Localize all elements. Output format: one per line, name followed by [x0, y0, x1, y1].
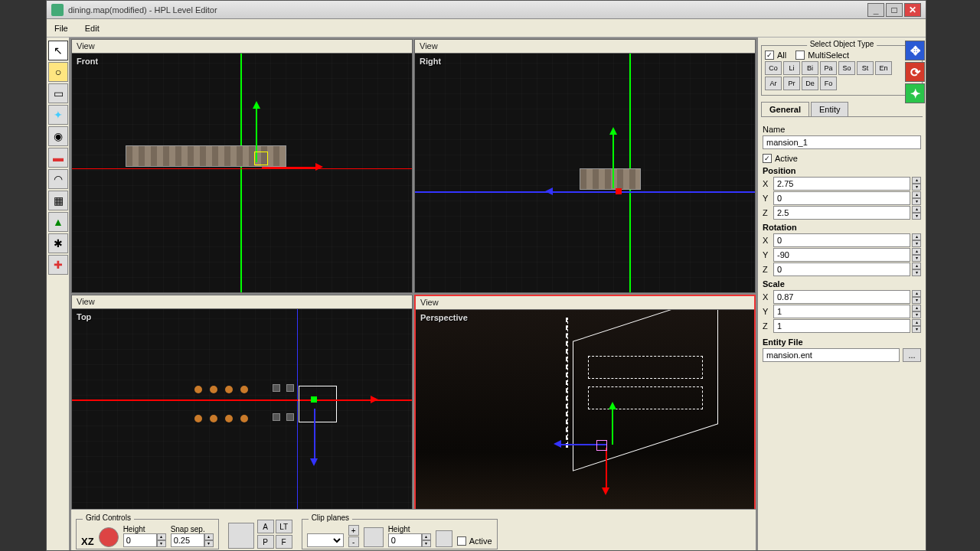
- clip-height-field[interactable]: [388, 533, 422, 547]
- filter-pa[interactable]: Pa: [820, 61, 837, 75]
- spin-down[interactable]: ▾: [912, 240, 921, 247]
- viewport-canvas-right[interactable]: Right: [415, 54, 755, 292]
- spin-up[interactable]: ▴: [912, 177, 921, 184]
- viewport-header[interactable]: View: [416, 296, 754, 310]
- spin-down[interactable]: ▾: [912, 213, 921, 220]
- clip-add[interactable]: +: [348, 525, 359, 536]
- toggle-f[interactable]: F: [276, 535, 292, 549]
- select-tool[interactable]: ↖: [48, 41, 68, 60]
- spin-up[interactable]: ▴: [912, 290, 921, 297]
- scale-y[interactable]: [773, 305, 910, 318]
- name-label: Name: [763, 125, 921, 134]
- tab-entity[interactable]: Entity: [811, 102, 849, 116]
- spin-up[interactable]: ▴: [912, 206, 921, 213]
- toggle-a[interactable]: A: [257, 520, 274, 533]
- scale-button[interactable]: ✦: [905, 83, 925, 103]
- spin-down[interactable]: ▾: [912, 326, 921, 333]
- name-field[interactable]: [763, 135, 921, 149]
- filter-en[interactable]: En: [875, 61, 892, 75]
- viewport-front[interactable]: View Front: [71, 39, 413, 293]
- filter-fo[interactable]: Fo: [820, 77, 837, 90]
- viewport-header[interactable]: View: [72, 40, 412, 54]
- spin-down[interactable]: ▾: [912, 269, 921, 276]
- scale-x[interactable]: [773, 290, 910, 304]
- move-button[interactable]: ✥: [905, 41, 925, 60]
- filter-de[interactable]: De: [802, 77, 818, 90]
- clip-active-checkbox[interactable]: [457, 536, 466, 546]
- grid-controls-title: Grid Controls: [83, 514, 134, 522]
- filter-st[interactable]: St: [857, 61, 874, 75]
- grid-snap-toggle[interactable]: [99, 527, 119, 547]
- focus-button[interactable]: [228, 523, 254, 549]
- clip-active-label: Active: [469, 536, 492, 546]
- maximize-button[interactable]: □: [886, 3, 903, 17]
- rotate-button[interactable]: ⟳: [905, 62, 925, 82]
- clip-remove[interactable]: -: [348, 536, 359, 547]
- box-tool[interactable]: ▭: [48, 83, 68, 103]
- minimize-button[interactable]: _: [867, 3, 884, 17]
- viewport-header[interactable]: View: [415, 40, 755, 54]
- pos-z[interactable]: [773, 206, 910, 220]
- spin-up[interactable]: ▴: [912, 233, 921, 240]
- sound-tool[interactable]: ◉: [48, 126, 68, 146]
- billboard-tool[interactable]: ▲: [48, 212, 68, 232]
- area-tool[interactable]: ▦: [48, 191, 68, 210]
- tab-general[interactable]: General: [761, 102, 809, 116]
- all-checkbox[interactable]: ✓: [765, 51, 774, 60]
- scale-z[interactable]: [773, 319, 910, 333]
- close-button[interactable]: ✕: [904, 3, 921, 17]
- filter-ar[interactable]: Ar: [765, 77, 782, 90]
- toggle-p[interactable]: P: [257, 535, 274, 549]
- joint-tool[interactable]: ✱: [48, 233, 68, 253]
- grid-snap-field[interactable]: [171, 533, 204, 547]
- filter-bi[interactable]: Bi: [802, 61, 818, 75]
- viewport-right[interactable]: View Right: [414, 39, 756, 293]
- menu-file[interactable]: File: [51, 22, 71, 34]
- filter-pr[interactable]: Pr: [783, 77, 800, 90]
- multiselect-label: MultiSelect: [808, 51, 849, 60]
- fog-tool[interactable]: ◠: [48, 169, 68, 189]
- compound-tool[interactable]: ✚: [48, 255, 68, 275]
- browse-button[interactable]: ...: [903, 348, 921, 362]
- spin-up[interactable]: ▴: [912, 262, 921, 269]
- tool-strip: ↖ ○ ▭ ✦ ◉ ▬ ◠ ▦ ▲ ✱ ✚: [47, 37, 70, 550]
- menu-edit[interactable]: Edit: [82, 22, 103, 34]
- active-checkbox[interactable]: ✓: [763, 154, 772, 163]
- filter-co[interactable]: Co: [765, 61, 782, 75]
- spin-up[interactable]: ▴: [912, 191, 921, 198]
- filter-so[interactable]: So: [838, 61, 855, 75]
- grid-plane-toggle[interactable]: XZ: [81, 536, 94, 547]
- property-tabs: General Entity: [761, 102, 923, 117]
- app-icon: [51, 4, 64, 16]
- particle-tool[interactable]: ✦: [48, 105, 68, 125]
- spin-down[interactable]: ▾: [912, 198, 921, 205]
- clip-plane-select[interactable]: [307, 533, 344, 547]
- multiselect-checkbox[interactable]: [795, 51, 805, 60]
- spin-up[interactable]: ▴: [912, 248, 921, 255]
- clip-preview[interactable]: [364, 527, 384, 547]
- spin-down[interactable]: ▾: [912, 297, 921, 304]
- rot-y[interactable]: [773, 248, 910, 262]
- toggle-lt[interactable]: LT: [276, 520, 292, 533]
- spin-down[interactable]: ▾: [912, 184, 921, 191]
- entityfile-field[interactable]: [763, 348, 900, 362]
- grid-height-field[interactable]: [123, 533, 157, 547]
- viewport-canvas-front[interactable]: Front: [72, 54, 412, 292]
- light-tool[interactable]: ○: [48, 62, 68, 82]
- pos-y[interactable]: [773, 191, 910, 205]
- decal-tool[interactable]: ▬: [48, 148, 68, 168]
- viewport-header[interactable]: View: [72, 295, 412, 309]
- object-type-title: Select Object Type: [807, 40, 877, 48]
- grid-height-label: Height: [123, 525, 166, 533]
- rot-x[interactable]: [773, 233, 910, 247]
- spin-up[interactable]: ▴: [912, 305, 921, 311]
- filter-li[interactable]: Li: [783, 61, 800, 75]
- spin-down[interactable]: ▾: [912, 255, 921, 262]
- spin-down[interactable]: ▾: [912, 311, 921, 318]
- bottom-bar: Grid Controls XZ Height ▴▾ Snap sep. ▴▾ …: [71, 509, 756, 550]
- rot-z[interactable]: [773, 262, 910, 276]
- clip-flip[interactable]: [436, 530, 452, 547]
- general-panel: Name ✓ Active Position X▴▾ Y▴▾ Z▴▾ Rotat…: [761, 119, 923, 365]
- pos-x[interactable]: [773, 177, 910, 191]
- spin-up[interactable]: ▴: [912, 319, 921, 326]
